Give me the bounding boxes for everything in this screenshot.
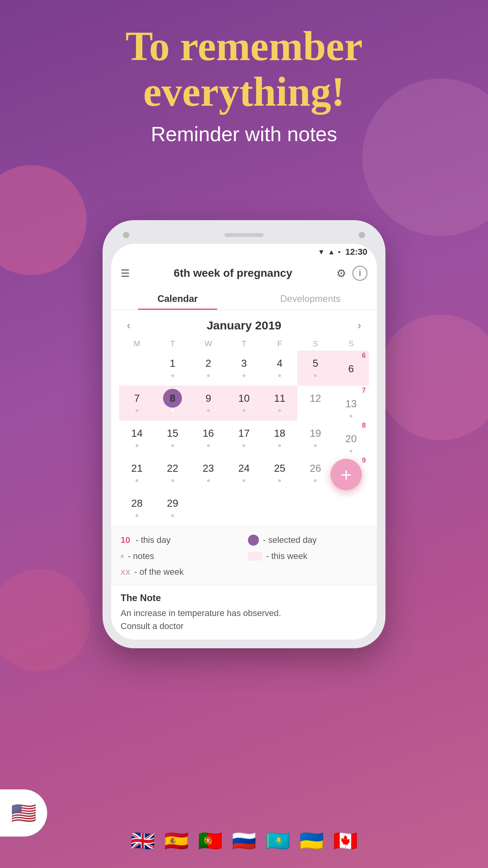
cal-cell-16[interactable]: 16 — [191, 421, 226, 456]
us-flag: 🇺🇸 — [11, 801, 37, 825]
cal-week-5: 28 29 — [119, 491, 369, 520]
add-reminder-fab[interactable]: + — [330, 459, 362, 490]
cal-cell-8[interactable]: 8 — [155, 386, 191, 421]
day-header-t1: T — [155, 339, 191, 348]
cal-cell-3[interactable]: 3 — [226, 351, 262, 386]
cal-cell-22[interactable]: 22 — [155, 456, 191, 491]
legend-selected-day-label: - selected day — [263, 535, 317, 545]
prev-month-button[interactable]: ‹ — [123, 319, 134, 332]
cal-cell-17[interactable]: 17 — [226, 421, 262, 456]
cal-cell-12[interactable]: 12 — [297, 386, 333, 421]
hero-title-line1: To remember — [125, 23, 363, 69]
next-month-button[interactable]: › — [354, 319, 365, 332]
cal-cell-7[interactable]: 7 — [119, 386, 155, 421]
flag-ru[interactable]: 🇷🇺 — [232, 829, 256, 852]
legend-section: 10 - this day - selected day - notes - t… — [111, 526, 377, 585]
cal-cell-28[interactable]: 28 — [119, 491, 155, 520]
cal-cell-29[interactable]: 29 — [155, 491, 191, 520]
app-header: ☰ 6th week of pregnancy ⚙ i — [111, 259, 377, 288]
cal-cell-19[interactable]: 19 — [297, 421, 333, 456]
cal-cell-empty-31 — [226, 491, 262, 520]
cal-cell-21[interactable]: 21 — [119, 456, 155, 491]
hero-title-line2: everything! — [143, 69, 345, 115]
cal-cell-20[interactable]: 8 20 — [333, 421, 369, 456]
cal-dot — [171, 514, 174, 517]
flag-ca[interactable]: 🇨🇦 — [333, 829, 358, 852]
phone-notch-row — [111, 229, 377, 244]
flag-row: 🇬🇧 🇪🇸 🇵🇹 🇷🇺 🇰🇿 🇺🇦 🇨🇦 — [0, 818, 488, 868]
cal-dot — [136, 514, 138, 517]
day-header-s1: S — [297, 339, 333, 348]
flag-ua[interactable]: 🇺🇦 — [299, 829, 324, 852]
settings-icon[interactable]: ⚙ — [336, 267, 346, 280]
cal-cell-6[interactable]: 6 6 — [333, 351, 369, 386]
cal-cell-18[interactable]: 18 — [262, 421, 297, 456]
cal-dot — [278, 409, 281, 412]
hamburger-icon[interactable]: ☰ — [121, 267, 130, 280]
legend-this-day-label: - this day — [136, 535, 171, 545]
cal-cell-13[interactable]: 7 13 — [333, 386, 369, 421]
cal-cell-2[interactable]: 2 — [191, 351, 226, 386]
cal-cell-empty-0[interactable] — [119, 351, 155, 386]
cal-cell-empty-32 — [262, 491, 297, 520]
legend-grid: 10 - this day - selected day - notes - t… — [121, 535, 367, 577]
flag-es[interactable]: 🇪🇸 — [164, 829, 189, 852]
cal-dot — [242, 374, 245, 377]
cal-cell-14[interactable]: 14 — [119, 421, 155, 456]
cal-cell-11[interactable]: 11 — [262, 386, 297, 421]
cal-cell-26[interactable]: 26 — [297, 456, 333, 491]
cal-cell-24[interactable]: 24 — [226, 456, 262, 491]
legend-week-bg — [248, 552, 262, 561]
cal-dot — [171, 409, 174, 412]
legend-week-num: xx - of the week — [121, 567, 240, 577]
hero-title: To remember everything! — [0, 24, 488, 114]
hero-section: To remember everything! Reminder with no… — [0, 24, 488, 146]
cal-dot — [242, 444, 245, 447]
tab-calendar[interactable]: Calendar — [111, 288, 244, 310]
cal-dot — [171, 374, 174, 377]
cal-dot — [136, 409, 138, 412]
phone-outer: ▼ ▲ ▪ 12:30 ☰ 6th week of pregnancy ⚙ i … — [103, 220, 385, 648]
cal-dot — [171, 479, 174, 482]
cal-cell-1[interactable]: 1 — [155, 351, 191, 386]
cal-cell-empty-34 — [333, 491, 369, 520]
cal-week-1: 1 2 3 4 5 — [119, 351, 369, 386]
cal-dot — [278, 479, 281, 482]
flag-gb[interactable]: 🇬🇧 — [130, 829, 155, 852]
flag-pt[interactable]: 🇵🇹 — [198, 829, 222, 852]
info-icon[interactable]: i — [352, 266, 367, 281]
month-year-title: January 2019 — [207, 319, 281, 332]
cal-dot — [242, 409, 245, 412]
cal-cell-23[interactable]: 23 — [191, 456, 226, 491]
cal-dot — [314, 444, 317, 447]
flag-kz[interactable]: 🇰🇿 — [266, 829, 290, 852]
bg-circle-left — [0, 165, 86, 275]
legend-selected-circle — [248, 535, 259, 546]
legend-week-num-label: - of the week — [134, 567, 183, 577]
hero-subtitle: Reminder with notes — [0, 122, 488, 146]
signal-icon: ▲ — [328, 248, 335, 256]
cal-cell-25[interactable]: 25 — [262, 456, 297, 491]
day-header-m: M — [119, 339, 155, 348]
cal-dot — [136, 444, 138, 447]
tab-developments[interactable]: Developments — [244, 288, 377, 310]
cal-cell-4[interactable]: 4 — [262, 351, 297, 386]
cal-cell-5[interactable]: 5 — [297, 351, 333, 386]
phone-camera-right — [359, 232, 365, 238]
cal-dot — [171, 444, 174, 447]
cal-dot — [314, 479, 317, 482]
cal-cell-9[interactable]: 9 — [191, 386, 226, 421]
day-header-s2: S — [333, 339, 369, 348]
legend-this-day-num: 10 — [121, 535, 132, 545]
cal-cell-10[interactable]: 10 — [226, 386, 262, 421]
day-header-w: W — [191, 339, 226, 348]
cal-dot — [314, 374, 317, 377]
bg-circle-right-mid — [378, 314, 488, 440]
phone-camera-left — [123, 232, 129, 238]
cal-cell-15[interactable]: 15 — [155, 421, 191, 456]
cal-dot — [136, 479, 138, 482]
phone-wrapper: ▼ ▲ ▪ 12:30 ☰ 6th week of pregnancy ⚙ i … — [103, 220, 385, 648]
tabs-row: Calendar Developments — [111, 288, 377, 310]
flag-corner[interactable]: 🇺🇸 — [0, 789, 47, 837]
calendar-section: ‹ January 2019 › M T W T F S S — [111, 310, 377, 526]
